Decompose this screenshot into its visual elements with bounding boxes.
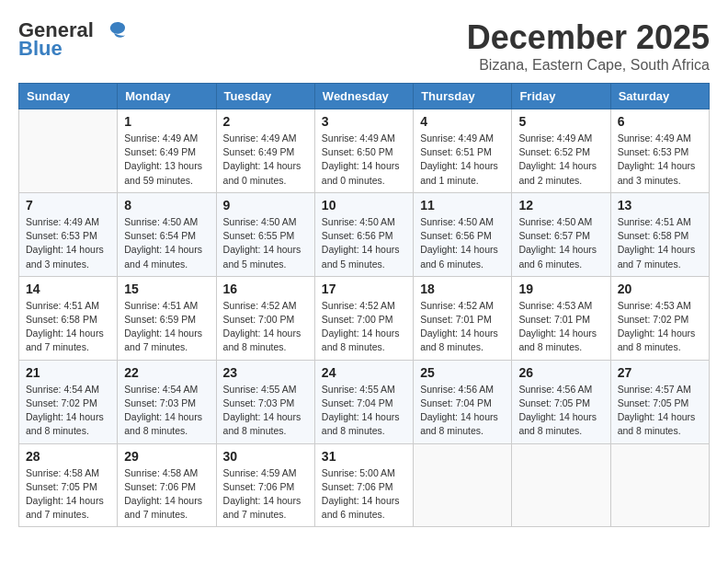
- day-info: Sunrise: 4:49 AM Sunset: 6:49 PM Dayligh…: [223, 132, 308, 188]
- day-number: 19: [518, 282, 603, 296]
- day-info: Sunrise: 4:49 AM Sunset: 6:53 PM Dayligh…: [618, 132, 702, 188]
- calendar-cell: 2Sunrise: 4:49 AM Sunset: 6:49 PM Daylig…: [216, 109, 314, 193]
- logo-bird-icon: [97, 20, 127, 40]
- day-number: 16: [223, 282, 308, 296]
- day-number: 9: [223, 198, 308, 213]
- day-number: 28: [26, 449, 110, 464]
- calendar-header-row: SundayMondayTuesdayWednesdayThursdayFrid…: [19, 84, 710, 109]
- calendar-cell: [512, 443, 610, 527]
- day-info: Sunrise: 4:54 AM Sunset: 7:02 PM Dayligh…: [26, 383, 110, 439]
- day-info: Sunrise: 4:49 AM Sunset: 6:50 PM Dayligh…: [322, 132, 406, 188]
- day-number: 4: [420, 114, 505, 129]
- calendar-cell: 17Sunrise: 4:52 AM Sunset: 7:00 PM Dayli…: [314, 276, 413, 360]
- day-number: 17: [322, 282, 406, 296]
- calendar-cell: 27Sunrise: 4:57 AM Sunset: 7:05 PM Dayli…: [610, 360, 709, 443]
- day-info: Sunrise: 4:52 AM Sunset: 7:01 PM Dayligh…: [420, 299, 505, 355]
- day-info: Sunrise: 4:49 AM Sunset: 6:51 PM Dayligh…: [420, 132, 505, 188]
- day-info: Sunrise: 4:55 AM Sunset: 7:03 PM Dayligh…: [223, 383, 308, 439]
- day-number: 2: [223, 114, 308, 129]
- day-info: Sunrise: 4:58 AM Sunset: 7:06 PM Dayligh…: [124, 466, 209, 523]
- calendar-cell: 22Sunrise: 4:54 AM Sunset: 7:03 PM Dayli…: [118, 360, 216, 443]
- day-info: Sunrise: 4:52 AM Sunset: 7:00 PM Dayligh…: [322, 299, 406, 355]
- calendar-cell: 1Sunrise: 4:49 AM Sunset: 6:49 PM Daylig…: [118, 109, 216, 193]
- month-title: December 2025: [467, 18, 710, 57]
- day-info: Sunrise: 4:49 AM Sunset: 6:52 PM Dayligh…: [518, 132, 603, 188]
- logo: General Blue: [18, 18, 127, 61]
- calendar-cell: 20Sunrise: 4:53 AM Sunset: 7:02 PM Dayli…: [610, 276, 709, 360]
- calendar-cell: 3Sunrise: 4:49 AM Sunset: 6:50 PM Daylig…: [314, 109, 413, 193]
- title-section: December 2025 Bizana, Eastern Cape, Sout…: [467, 18, 710, 74]
- day-info: Sunrise: 4:57 AM Sunset: 7:05 PM Dayligh…: [618, 383, 702, 439]
- calendar-table: SundayMondayTuesdayWednesdayThursdayFrid…: [18, 83, 710, 527]
- day-info: Sunrise: 4:53 AM Sunset: 7:02 PM Dayligh…: [618, 299, 702, 355]
- calendar-day-header: Saturday: [610, 84, 709, 109]
- day-number: 3: [322, 114, 406, 129]
- day-info: Sunrise: 4:50 AM Sunset: 6:56 PM Dayligh…: [322, 215, 406, 271]
- day-number: 31: [322, 449, 406, 464]
- day-info: Sunrise: 4:50 AM Sunset: 6:54 PM Dayligh…: [124, 215, 209, 271]
- calendar-cell: 12Sunrise: 4:50 AM Sunset: 6:57 PM Dayli…: [512, 192, 610, 276]
- day-number: 10: [322, 198, 406, 213]
- day-number: 24: [322, 365, 406, 380]
- day-number: 7: [26, 198, 110, 213]
- calendar-cell: 4Sunrise: 4:49 AM Sunset: 6:51 PM Daylig…: [414, 109, 512, 193]
- day-number: 1: [124, 114, 209, 129]
- calendar-week-row: 21Sunrise: 4:54 AM Sunset: 7:02 PM Dayli…: [19, 360, 710, 443]
- day-number: 21: [26, 365, 110, 380]
- day-info: Sunrise: 4:51 AM Sunset: 6:58 PM Dayligh…: [26, 299, 110, 355]
- day-info: Sunrise: 4:54 AM Sunset: 7:03 PM Dayligh…: [124, 383, 209, 439]
- day-info: Sunrise: 4:53 AM Sunset: 7:01 PM Dayligh…: [518, 299, 603, 355]
- day-number: 30: [223, 449, 308, 464]
- calendar-week-row: 14Sunrise: 4:51 AM Sunset: 6:58 PM Dayli…: [19, 276, 710, 360]
- day-number: 22: [124, 365, 209, 380]
- calendar-cell: 6Sunrise: 4:49 AM Sunset: 6:53 PM Daylig…: [610, 109, 709, 193]
- calendar-cell: 25Sunrise: 4:56 AM Sunset: 7:04 PM Dayli…: [414, 360, 512, 443]
- calendar-cell: 31Sunrise: 5:00 AM Sunset: 7:06 PM Dayli…: [314, 443, 413, 527]
- day-info: Sunrise: 4:58 AM Sunset: 7:05 PM Dayligh…: [26, 466, 110, 523]
- day-info: Sunrise: 4:50 AM Sunset: 6:56 PM Dayligh…: [420, 215, 505, 271]
- day-info: Sunrise: 4:50 AM Sunset: 6:57 PM Dayligh…: [518, 215, 603, 271]
- calendar-cell: 10Sunrise: 4:50 AM Sunset: 6:56 PM Dayli…: [314, 192, 413, 276]
- day-number: 23: [223, 365, 308, 380]
- day-number: 14: [26, 282, 110, 296]
- day-number: 20: [618, 282, 702, 296]
- calendar-cell: 23Sunrise: 4:55 AM Sunset: 7:03 PM Dayli…: [216, 360, 314, 443]
- calendar-cell: 21Sunrise: 4:54 AM Sunset: 7:02 PM Dayli…: [19, 360, 118, 443]
- calendar-cell: 11Sunrise: 4:50 AM Sunset: 6:56 PM Dayli…: [414, 192, 512, 276]
- calendar-day-header: Wednesday: [314, 84, 413, 109]
- calendar-day-header: Thursday: [414, 84, 512, 109]
- day-info: Sunrise: 4:51 AM Sunset: 6:58 PM Dayligh…: [618, 215, 702, 271]
- calendar-cell: 24Sunrise: 4:55 AM Sunset: 7:04 PM Dayli…: [314, 360, 413, 443]
- day-info: Sunrise: 4:59 AM Sunset: 7:06 PM Dayligh…: [223, 466, 308, 523]
- calendar-cell: 28Sunrise: 4:58 AM Sunset: 7:05 PM Dayli…: [19, 443, 118, 527]
- location-text: Bizana, Eastern Cape, South Africa: [467, 57, 710, 74]
- calendar-cell: 29Sunrise: 4:58 AM Sunset: 7:06 PM Dayli…: [118, 443, 216, 527]
- calendar-cell: 30Sunrise: 4:59 AM Sunset: 7:06 PM Dayli…: [216, 443, 314, 527]
- day-number: 12: [518, 198, 603, 213]
- day-number: 27: [618, 365, 702, 380]
- day-info: Sunrise: 4:50 AM Sunset: 6:55 PM Dayligh…: [223, 215, 308, 271]
- calendar-cell: 7Sunrise: 4:49 AM Sunset: 6:53 PM Daylig…: [19, 192, 118, 276]
- calendar-week-row: 7Sunrise: 4:49 AM Sunset: 6:53 PM Daylig…: [19, 192, 710, 276]
- day-info: Sunrise: 4:56 AM Sunset: 7:04 PM Dayligh…: [420, 383, 505, 439]
- calendar-cell: 19Sunrise: 4:53 AM Sunset: 7:01 PM Dayli…: [512, 276, 610, 360]
- calendar-day-header: Tuesday: [216, 84, 314, 109]
- calendar-cell: 13Sunrise: 4:51 AM Sunset: 6:58 PM Dayli…: [610, 192, 709, 276]
- calendar-cell: [19, 109, 118, 193]
- day-number: 18: [420, 282, 505, 296]
- day-info: Sunrise: 4:52 AM Sunset: 7:00 PM Dayligh…: [223, 299, 308, 355]
- day-number: 29: [124, 449, 209, 464]
- day-info: Sunrise: 5:00 AM Sunset: 7:06 PM Dayligh…: [322, 466, 406, 523]
- calendar-cell: 16Sunrise: 4:52 AM Sunset: 7:00 PM Dayli…: [216, 276, 314, 360]
- calendar-cell: 9Sunrise: 4:50 AM Sunset: 6:55 PM Daylig…: [216, 192, 314, 276]
- day-number: 8: [124, 198, 209, 213]
- calendar-cell: 5Sunrise: 4:49 AM Sunset: 6:52 PM Daylig…: [512, 109, 610, 193]
- calendar-cell: [610, 443, 709, 527]
- day-number: 6: [618, 114, 702, 129]
- calendar-cell: 26Sunrise: 4:56 AM Sunset: 7:05 PM Dayli…: [512, 360, 610, 443]
- calendar-cell: [414, 443, 512, 527]
- day-number: 13: [618, 198, 702, 213]
- calendar-cell: 15Sunrise: 4:51 AM Sunset: 6:59 PM Dayli…: [118, 276, 216, 360]
- calendar-day-header: Sunday: [19, 84, 118, 109]
- day-number: 11: [420, 198, 505, 213]
